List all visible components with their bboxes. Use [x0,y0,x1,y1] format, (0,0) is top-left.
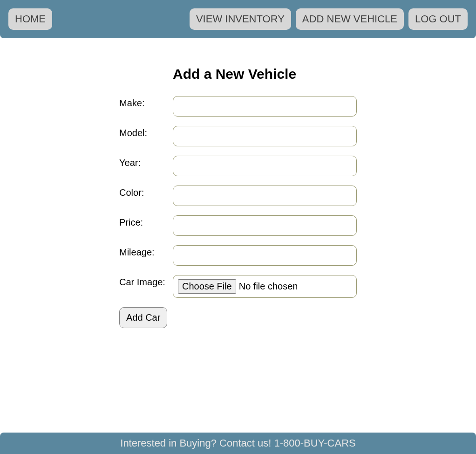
log-out-button[interactable]: LOG OUT [408,8,468,30]
color-input[interactable] [173,186,357,206]
main-content: Add a New Vehicle Make: Model: Year: Col… [0,38,476,433]
choose-file-button[interactable]: Choose File [178,279,236,294]
price-input[interactable] [173,215,357,236]
view-inventory-button[interactable]: VIEW INVENTORY [190,8,291,30]
color-row: Color: [119,186,357,206]
make-input[interactable] [173,96,357,117]
mileage-label: Mileage: [119,245,173,258]
footer: Interested in Buying? Contact us! 1-800-… [0,433,476,454]
price-row: Price: [119,215,357,236]
model-label: Model: [119,126,173,138]
price-label: Price: [119,215,173,228]
year-label: Year: [119,156,173,168]
nav-right: VIEW INVENTORY ADD NEW VEHICLE LOG OUT [190,8,468,30]
car-image-label: Car Image: [119,275,173,288]
nav-left: HOME [8,8,52,30]
add-new-vehicle-button[interactable]: ADD NEW VEHICLE [296,8,404,30]
submit-row: Add Car [119,307,357,328]
year-input[interactable] [173,156,357,176]
footer-text: Interested in Buying? Contact us! 1-800-… [120,437,355,449]
car-image-row: Car Image: Choose File No file chosen [119,275,357,298]
model-row: Model: [119,126,357,146]
make-row: Make: [119,96,357,117]
make-label: Make: [119,96,173,109]
home-button[interactable]: HOME [8,8,52,30]
color-label: Color: [119,186,173,198]
add-car-button[interactable]: Add Car [119,307,167,328]
car-image-input[interactable]: Choose File No file chosen [173,275,357,298]
year-row: Year: [119,156,357,176]
file-status-text: No file chosen [239,281,298,292]
mileage-row: Mileage: [119,245,357,266]
model-input[interactable] [173,126,357,146]
mileage-input[interactable] [173,245,357,266]
add-vehicle-form: Add a New Vehicle Make: Model: Year: Col… [119,66,357,433]
top-nav: HOME VIEW INVENTORY ADD NEW VEHICLE LOG … [0,0,476,38]
page-title: Add a New Vehicle [173,66,357,82]
